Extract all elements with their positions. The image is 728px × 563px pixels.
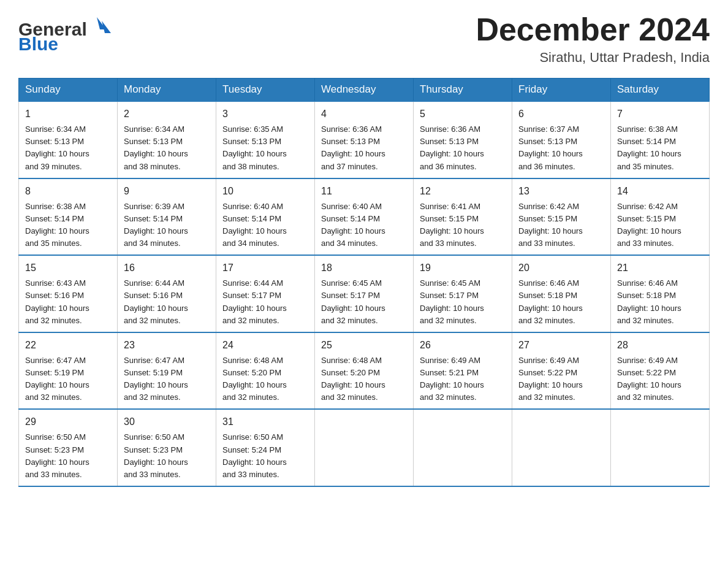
day-info: Sunrise: 6:44 AM Sunset: 5:16 PM Dayligh… xyxy=(124,277,210,327)
day-info: Sunrise: 6:41 AM Sunset: 5:15 PM Dayligh… xyxy=(420,201,506,250)
day-number: 15 xyxy=(25,261,111,275)
calendar-cell: 25 Sunrise: 6:48 AM Sunset: 5:20 PM Dayl… xyxy=(315,332,414,410)
location-title: Sirathu, Uttar Pradesh, India xyxy=(476,50,710,66)
day-of-week-thursday: Thursday xyxy=(414,79,512,102)
day-info: Sunrise: 6:46 AM Sunset: 5:18 PM Dayligh… xyxy=(617,277,703,327)
day-number: 7 xyxy=(617,107,703,121)
day-info: Sunrise: 6:38 AM Sunset: 5:14 PM Dayligh… xyxy=(25,201,111,250)
day-number: 23 xyxy=(124,338,210,353)
day-info: Sunrise: 6:39 AM Sunset: 5:14 PM Dayligh… xyxy=(124,201,210,250)
calendar-cell: 12 Sunrise: 6:41 AM Sunset: 5:15 PM Dayl… xyxy=(414,178,512,256)
calendar-cell: 27 Sunrise: 6:49 AM Sunset: 5:22 PM Dayl… xyxy=(512,332,611,410)
day-info: Sunrise: 6:34 AM Sunset: 5:13 PM Dayligh… xyxy=(124,123,210,173)
calendar-cell: 15 Sunrise: 6:43 AM Sunset: 5:16 PM Dayl… xyxy=(19,255,118,332)
calendar-table: SundayMondayTuesdayWednesdayThursdayFrid… xyxy=(18,78,710,487)
day-info: Sunrise: 6:40 AM Sunset: 5:14 PM Dayligh… xyxy=(321,201,407,250)
day-number: 11 xyxy=(321,184,407,199)
calendar-cell: 3 Sunrise: 6:35 AM Sunset: 5:13 PM Dayli… xyxy=(216,101,315,178)
day-info: Sunrise: 6:49 AM Sunset: 5:21 PM Dayligh… xyxy=(420,354,506,404)
day-info: Sunrise: 6:47 AM Sunset: 5:19 PM Dayligh… xyxy=(25,354,111,404)
day-info: Sunrise: 6:42 AM Sunset: 5:15 PM Dayligh… xyxy=(518,201,604,250)
calendar-cell: 7 Sunrise: 6:38 AM Sunset: 5:14 PM Dayli… xyxy=(611,101,710,178)
day-info: Sunrise: 6:37 AM Sunset: 5:13 PM Dayligh… xyxy=(518,123,604,173)
calendar-cell xyxy=(611,409,710,486)
calendar-cell: 30 Sunrise: 6:50 AM Sunset: 5:23 PM Dayl… xyxy=(118,409,216,486)
day-number: 10 xyxy=(222,184,308,199)
day-info: Sunrise: 6:36 AM Sunset: 5:13 PM Dayligh… xyxy=(321,123,407,173)
page-header: General Blue December 2024 Sirathu, Utta… xyxy=(18,12,710,66)
calendar-week-4: 22 Sunrise: 6:47 AM Sunset: 5:19 PM Dayl… xyxy=(19,332,710,410)
calendar-cell: 31 Sunrise: 6:50 AM Sunset: 5:24 PM Dayl… xyxy=(216,409,315,486)
day-number: 14 xyxy=(617,184,703,199)
day-info: Sunrise: 6:46 AM Sunset: 5:18 PM Dayligh… xyxy=(518,277,604,327)
calendar-cell: 16 Sunrise: 6:44 AM Sunset: 5:16 PM Dayl… xyxy=(118,255,216,332)
day-info: Sunrise: 6:38 AM Sunset: 5:14 PM Dayligh… xyxy=(617,123,703,173)
day-number: 2 xyxy=(124,107,210,121)
calendar-cell: 28 Sunrise: 6:49 AM Sunset: 5:22 PM Dayl… xyxy=(611,332,710,410)
day-info: Sunrise: 6:47 AM Sunset: 5:19 PM Dayligh… xyxy=(124,354,210,404)
day-number: 19 xyxy=(420,261,506,275)
calendar-cell xyxy=(315,409,414,486)
day-number: 4 xyxy=(321,107,407,121)
day-of-week-friday: Friday xyxy=(512,79,611,102)
logo-area: General Blue xyxy=(18,12,116,61)
day-number: 27 xyxy=(518,338,604,353)
month-title: December 2024 xyxy=(476,12,710,47)
day-number: 1 xyxy=(25,107,111,121)
day-info: Sunrise: 6:48 AM Sunset: 5:20 PM Dayligh… xyxy=(222,354,308,404)
day-number: 6 xyxy=(518,107,604,121)
day-number: 13 xyxy=(518,184,604,199)
day-number: 5 xyxy=(420,107,506,121)
day-number: 28 xyxy=(617,338,703,353)
day-info: Sunrise: 6:50 AM Sunset: 5:23 PM Dayligh… xyxy=(124,431,210,481)
day-number: 24 xyxy=(222,338,308,353)
day-number: 21 xyxy=(617,261,703,275)
day-number: 30 xyxy=(124,415,210,429)
day-info: Sunrise: 6:40 AM Sunset: 5:14 PM Dayligh… xyxy=(222,201,308,250)
day-info: Sunrise: 6:35 AM Sunset: 5:13 PM Dayligh… xyxy=(222,123,308,173)
calendar-cell: 1 Sunrise: 6:34 AM Sunset: 5:13 PM Dayli… xyxy=(19,101,118,178)
day-info: Sunrise: 6:44 AM Sunset: 5:17 PM Dayligh… xyxy=(222,277,308,327)
calendar-cell: 14 Sunrise: 6:42 AM Sunset: 5:15 PM Dayl… xyxy=(611,178,710,256)
day-of-week-sunday: Sunday xyxy=(19,79,118,102)
calendar-cell: 5 Sunrise: 6:36 AM Sunset: 5:13 PM Dayli… xyxy=(414,101,512,178)
calendar-week-2: 8 Sunrise: 6:38 AM Sunset: 5:14 PM Dayli… xyxy=(19,178,710,256)
day-number: 8 xyxy=(25,184,111,199)
svg-text:Blue: Blue xyxy=(18,34,58,54)
day-number: 25 xyxy=(321,338,407,353)
day-info: Sunrise: 6:48 AM Sunset: 5:20 PM Dayligh… xyxy=(321,354,407,404)
calendar-cell: 17 Sunrise: 6:44 AM Sunset: 5:17 PM Dayl… xyxy=(216,255,315,332)
day-of-week-monday: Monday xyxy=(118,79,216,102)
day-number: 22 xyxy=(25,338,111,353)
day-info: Sunrise: 6:50 AM Sunset: 5:23 PM Dayligh… xyxy=(25,431,111,481)
calendar-cell: 29 Sunrise: 6:50 AM Sunset: 5:23 PM Dayl… xyxy=(19,409,118,486)
day-info: Sunrise: 6:43 AM Sunset: 5:16 PM Dayligh… xyxy=(25,277,111,327)
calendar-cell: 4 Sunrise: 6:36 AM Sunset: 5:13 PM Dayli… xyxy=(315,101,414,178)
calendar-cell: 8 Sunrise: 6:38 AM Sunset: 5:14 PM Dayli… xyxy=(19,178,118,256)
calendar-cell: 10 Sunrise: 6:40 AM Sunset: 5:14 PM Dayl… xyxy=(216,178,315,256)
day-info: Sunrise: 6:50 AM Sunset: 5:24 PM Dayligh… xyxy=(222,431,308,481)
day-of-week-tuesday: Tuesday xyxy=(216,79,315,102)
calendar-cell: 2 Sunrise: 6:34 AM Sunset: 5:13 PM Dayli… xyxy=(118,101,216,178)
calendar-cell: 18 Sunrise: 6:45 AM Sunset: 5:17 PM Dayl… xyxy=(315,255,414,332)
day-number: 3 xyxy=(222,107,308,121)
day-number: 31 xyxy=(222,415,308,429)
calendar-cell: 20 Sunrise: 6:46 AM Sunset: 5:18 PM Dayl… xyxy=(512,255,611,332)
day-info: Sunrise: 6:45 AM Sunset: 5:17 PM Dayligh… xyxy=(321,277,407,327)
calendar-cell: 26 Sunrise: 6:49 AM Sunset: 5:21 PM Dayl… xyxy=(414,332,512,410)
calendar-cell: 21 Sunrise: 6:46 AM Sunset: 5:18 PM Dayl… xyxy=(611,255,710,332)
day-number: 17 xyxy=(222,261,308,275)
calendar-cell: 11 Sunrise: 6:40 AM Sunset: 5:14 PM Dayl… xyxy=(315,178,414,256)
day-number: 16 xyxy=(124,261,210,275)
day-of-week-wednesday: Wednesday xyxy=(315,79,414,102)
calendar-week-5: 29 Sunrise: 6:50 AM Sunset: 5:23 PM Dayl… xyxy=(19,409,710,486)
day-info: Sunrise: 6:49 AM Sunset: 5:22 PM Dayligh… xyxy=(518,354,604,404)
calendar-week-1: 1 Sunrise: 6:34 AM Sunset: 5:13 PM Dayli… xyxy=(19,101,710,178)
day-info: Sunrise: 6:49 AM Sunset: 5:22 PM Dayligh… xyxy=(617,354,703,404)
day-info: Sunrise: 6:45 AM Sunset: 5:17 PM Dayligh… xyxy=(420,277,506,327)
calendar-cell: 9 Sunrise: 6:39 AM Sunset: 5:14 PM Dayli… xyxy=(118,178,216,256)
title-area: December 2024 Sirathu, Uttar Pradesh, In… xyxy=(476,12,710,66)
day-number: 29 xyxy=(25,415,111,429)
calendar-cell: 22 Sunrise: 6:47 AM Sunset: 5:19 PM Dayl… xyxy=(19,332,118,410)
logo: General Blue xyxy=(18,12,116,58)
